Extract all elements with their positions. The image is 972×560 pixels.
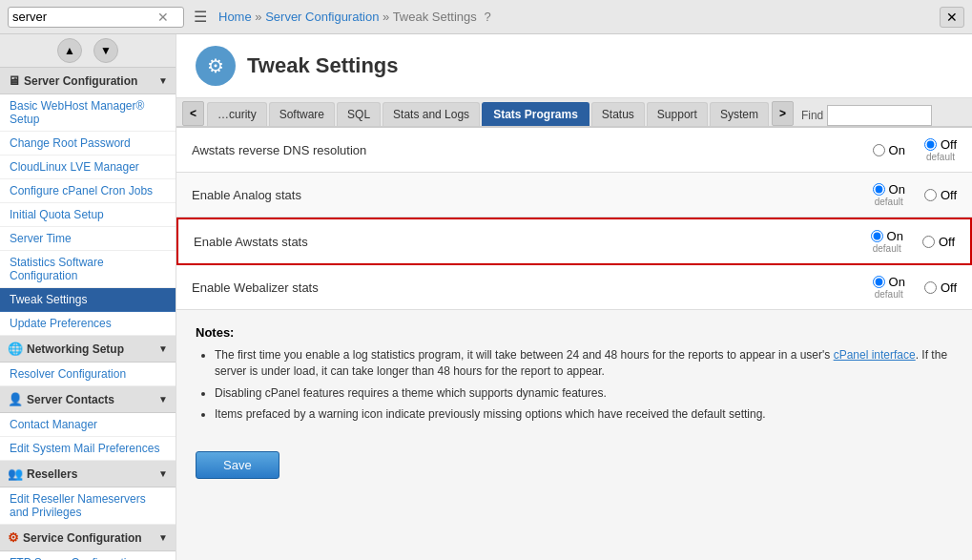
breadcrumb-home[interactable]: Home	[218, 10, 252, 24]
tab-system[interactable]: System	[710, 102, 769, 126]
sidebar-item-update-preferences[interactable]: Update Preferences	[0, 312, 176, 336]
tweak-settings-icon: ⚙	[196, 46, 236, 86]
sidebar-section-server-configuration[interactable]: 🖥 Server Configuration ▼	[0, 68, 176, 94]
setting-label-webalizer: Enable Webalizer stats	[192, 280, 873, 295]
sidebar-section-resellers[interactable]: 👥 Resellers ▼	[0, 461, 176, 487]
hamburger-icon[interactable]: ☰	[194, 8, 207, 26]
sidebar-item-contact-manager[interactable]: Contact Manager	[0, 413, 176, 437]
sidebar-section-service[interactable]: ⚙ Service Configuration ▼	[0, 525, 176, 551]
default-text-awstats: default	[873, 243, 901, 254]
sidebar-down-arrow[interactable]: ▼	[93, 38, 118, 63]
sidebar-up-arrow[interactable]: ▲	[57, 38, 82, 63]
help-icon[interactable]: ?	[484, 10, 490, 24]
setting-row-webalizer: Enable Webalizer stats On default Off	[176, 265, 972, 310]
notes-list: The first time you enable a log statisti…	[196, 347, 953, 423]
sidebar-section-contacts[interactable]: 👤 Server Contacts ▼	[0, 386, 176, 413]
sidebar-item-basic-webhost[interactable]: Basic WebHost Manager® Setup	[0, 94, 176, 132]
setting-controls-webalizer: On default Off	[873, 275, 957, 300]
default-text-awstats-dns: default	[926, 152, 955, 162]
sidebar-item-change-root[interactable]: Change Root Password	[0, 132, 176, 156]
service-chevron: ▼	[158, 532, 168, 543]
radio-on-webalizer[interactable]	[873, 276, 885, 288]
on-label-awstats: On	[887, 229, 903, 243]
note-item-2: Disabling cPanel features requires a the…	[215, 385, 953, 402]
setting-row-analog: Enable Analog stats On default Off	[176, 173, 972, 218]
notes-section: Notes: The first time you enable a log s…	[176, 310, 972, 444]
find-label: Find	[801, 109, 823, 122]
off-label-analog: Off	[941, 188, 957, 202]
sidebar-item-cloudlinux[interactable]: CloudLinux LVE Manager	[0, 156, 176, 179]
content-area: ⚙ Tweak Settings < …curity Software SQL …	[176, 34, 972, 560]
tab-security[interactable]: …curity	[207, 102, 267, 126]
on-option-webalizer: On default	[873, 275, 905, 300]
tab-stats-programs[interactable]: Stats Programs	[482, 102, 589, 126]
breadcrumb-current: Tweak Settings	[393, 10, 477, 24]
sidebar-item-quota[interactable]: Initial Quota Setup	[0, 203, 176, 227]
radio-on-awstats-dns[interactable]	[873, 144, 885, 156]
off-option-analog: Off	[924, 188, 957, 202]
sidebar-item-edit-system-mail[interactable]: Edit System Mail Preferences	[0, 437, 176, 461]
radio-off-analog[interactable]	[924, 189, 937, 201]
sidebar-item-resolver[interactable]: Resolver Configuration	[0, 363, 176, 386]
notes-title: Notes:	[196, 325, 953, 340]
radio-on-awstats[interactable]	[871, 230, 883, 242]
default-text-analog: default	[875, 197, 903, 207]
settings-area: Awstats reverse DNS resolution On Off	[176, 128, 972, 310]
resellers-chevron: ▼	[158, 468, 168, 479]
tab-arrow-left[interactable]: <	[182, 101, 204, 126]
tab-support[interactable]: Support	[647, 102, 708, 126]
server-config-icon: 🖥	[8, 73, 20, 88]
clear-search-icon[interactable]: ✕	[155, 10, 171, 25]
save-button[interactable]: Save	[196, 451, 279, 479]
search-input[interactable]: server	[12, 10, 155, 24]
sidebar-section-networking[interactable]: 🌐 Networking Setup ▼	[0, 336, 176, 363]
note-item-3: Items prefaced by a warning icon indicat…	[215, 406, 953, 423]
sidebar-item-statistics-software[interactable]: Statistics Software Configuration	[0, 251, 176, 288]
radio-off-awstats[interactable]	[922, 236, 935, 248]
sidebar-item-tweak-settings[interactable]: Tweak Settings	[0, 288, 176, 312]
setting-label-analog: Enable Analog stats	[192, 188, 873, 202]
on-label-awstats-dns: On	[889, 143, 905, 157]
tabs-bar: < …curity Software SQL Stats and Logs St…	[176, 98, 972, 128]
tab-sql[interactable]: SQL	[337, 102, 381, 126]
service-label: Service Configuration	[23, 531, 142, 545]
radio-on-analog[interactable]	[873, 183, 885, 196]
on-option-analog: On default	[873, 182, 905, 207]
sidebar-nav-arrows: ▲ ▼	[0, 34, 176, 68]
setting-row-awstats-dns: Awstats reverse DNS resolution On Off	[176, 128, 972, 173]
sidebar-item-ftp-config[interactable]: FTP Server Configuration	[0, 551, 176, 560]
close-button[interactable]: ✕	[940, 7, 964, 28]
main-layout: ▲ ▼ 🖥 Server Configuration ▼ Basic WebHo…	[0, 34, 972, 560]
off-label-webalizer: Off	[941, 280, 957, 295]
find-input[interactable]	[827, 105, 932, 126]
tab-status[interactable]: Status	[591, 102, 645, 126]
radio-off-awstats-dns[interactable]	[924, 138, 937, 151]
off-option-webalizer: Off	[924, 280, 957, 295]
tab-find-container: Find	[801, 105, 932, 126]
networking-icon: 🌐	[8, 342, 23, 356]
resellers-label: Resellers	[27, 467, 77, 481]
radio-off-webalizer[interactable]	[924, 281, 937, 294]
server-config-chevron: ▼	[158, 75, 168, 86]
tab-arrow-right[interactable]: >	[772, 101, 794, 126]
default-text-webalizer: default	[875, 289, 903, 300]
off-option-awstats-dns: Off default	[924, 137, 957, 162]
sidebar-item-cron-jobs[interactable]: Configure cPanel Cron Jobs	[0, 179, 176, 203]
on-label-analog: On	[889, 182, 905, 197]
off-label-awstats: Off	[939, 235, 955, 249]
contacts-label: Server Contacts	[27, 393, 114, 406]
sidebar-item-edit-reseller[interactable]: Edit Reseller Nameservers and Privileges	[0, 487, 176, 525]
setting-controls-analog: On default Off	[873, 182, 957, 207]
service-icon: ⚙	[8, 530, 19, 545]
networking-label: Networking Setup	[27, 342, 124, 356]
breadcrumb-sep2: »	[383, 10, 393, 24]
breadcrumb-section[interactable]: Server Configuration	[265, 10, 379, 24]
breadcrumb-sep1: »	[255, 10, 265, 24]
off-label-awstats-dns: Off	[941, 137, 957, 152]
sidebar-item-server-time[interactable]: Server Time	[0, 227, 176, 251]
tab-software[interactable]: Software	[269, 102, 335, 126]
sidebar-search-box[interactable]: server ✕	[8, 7, 184, 28]
off-option-awstats: Off	[922, 235, 955, 249]
note-link-1[interactable]: cPanel interface	[834, 348, 916, 362]
tab-stats-and-logs[interactable]: Stats and Logs	[383, 102, 480, 126]
